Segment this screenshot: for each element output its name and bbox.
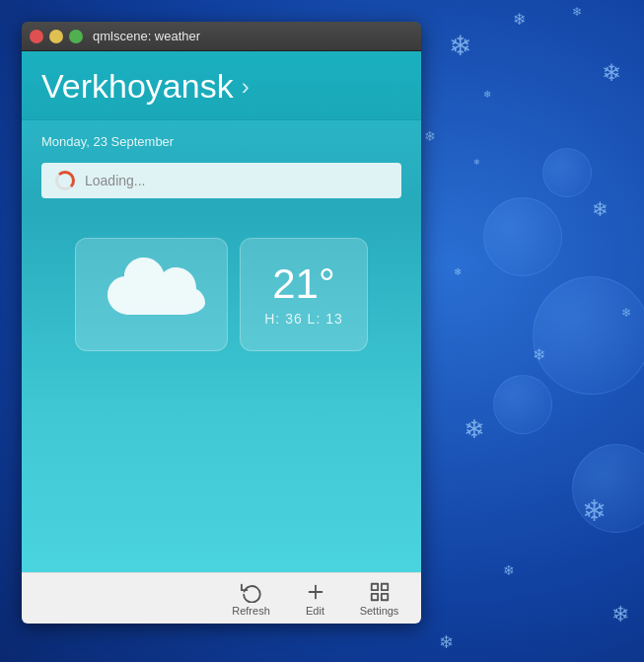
cloud-icon [98, 256, 206, 334]
bubble-decoration [483, 197, 562, 276]
settings-label: Settings [360, 605, 399, 617]
edit-button[interactable]: Edit [283, 573, 347, 625]
toolbar: Refresh Edit Settings [22, 572, 421, 624]
refresh-icon [241, 581, 262, 603]
weather-content: Verkhoyansk › Monday, 23 September Loadi… [22, 51, 421, 572]
date-section: Monday, 23 September [22, 120, 421, 159]
city-name-row: Verkhoyansk › [41, 67, 401, 106]
date-text: Monday, 23 September [41, 134, 174, 149]
svg-rect-5 [381, 593, 387, 599]
bubble-decoration [542, 148, 592, 197]
bubble-decoration [533, 276, 644, 395]
temperature-hilo: H: 36 L: 13 [264, 311, 343, 327]
bubble-decoration [493, 375, 552, 434]
weather-cards: 21° H: 36 L: 13 [22, 218, 421, 371]
app-window: qmlscene: weather Verkhoyansk › Monday, … [22, 22, 421, 624]
svg-rect-2 [371, 583, 377, 589]
refresh-label: Refresh [232, 605, 270, 617]
window-title: qmlscene: weather [93, 29, 200, 43]
maximize-button[interactable] [69, 30, 83, 43]
temperature-value: 21° [272, 263, 335, 305]
edit-label: Edit [306, 605, 324, 617]
settings-icon [369, 581, 391, 603]
edit-icon [305, 581, 326, 603]
city-header: Verkhoyansk › [22, 51, 421, 120]
bubble-decoration [572, 444, 644, 533]
temperature-card: 21° H: 36 L: 13 [240, 238, 368, 351]
close-button[interactable] [30, 30, 43, 43]
loading-text: Loading... [85, 173, 146, 188]
refresh-button[interactable]: Refresh [219, 573, 283, 625]
svg-rect-4 [371, 593, 377, 599]
cloud-card [75, 238, 228, 351]
svg-rect-3 [381, 583, 387, 589]
settings-button[interactable]: Settings [347, 573, 411, 625]
loading-bar: Loading... [41, 163, 401, 198]
loading-spinner [55, 171, 75, 190]
minimize-button[interactable] [49, 30, 63, 43]
city-name-text: Verkhoyansk [41, 67, 234, 106]
titlebar: qmlscene: weather [22, 22, 421, 51]
city-chevron-icon[interactable]: › [242, 73, 250, 101]
